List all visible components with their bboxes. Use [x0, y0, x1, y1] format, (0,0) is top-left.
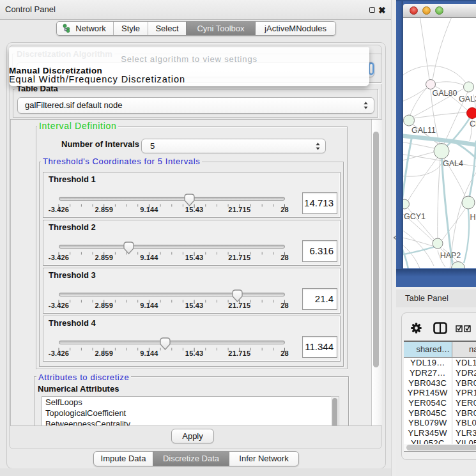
svg-text:GAL3: GAL3: [459, 95, 476, 104]
svg-text:GAL4: GAL4: [443, 159, 463, 168]
svg-text:GAL11: GAL11: [411, 126, 436, 135]
svg-text:GAL80: GAL80: [433, 89, 457, 98]
svg-text:HAP2: HAP2: [440, 251, 461, 260]
svg-text:HIS4: HIS4: [470, 213, 476, 222]
svg-text:GCY1: GCY1: [404, 212, 426, 221]
svg-text:CDC19: CDC19: [470, 119, 476, 128]
